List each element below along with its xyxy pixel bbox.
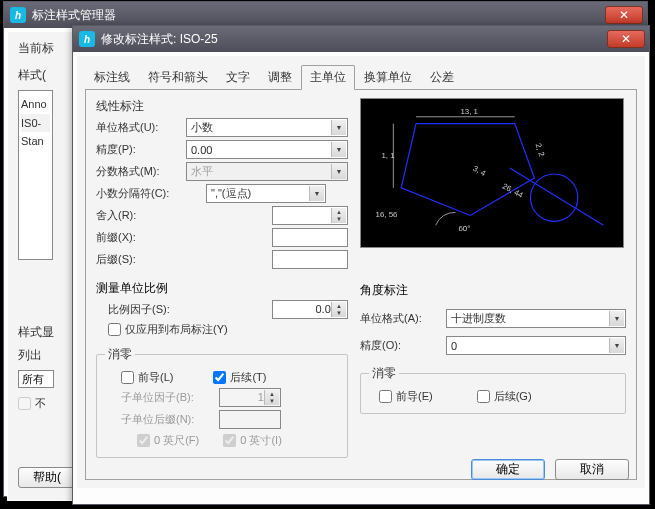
- app-icon: h: [10, 7, 26, 23]
- ang-zero-legend: 消零: [369, 365, 399, 382]
- fraction-format-combo: 水平▼: [186, 162, 348, 181]
- unit-format-value: 小数: [191, 120, 213, 135]
- linear-group: 线性标注 单位格式(U): 小数▼ 精度(P): 0.00▼ 分数格式(M): …: [96, 98, 348, 274]
- spinner-icon: ▲▼: [331, 302, 346, 317]
- ang-trailing-label: 后续(G): [494, 389, 532, 404]
- close-icon[interactable]: ✕: [607, 30, 645, 48]
- styles-tree[interactable]: Anno IS0- Stan: [18, 90, 53, 260]
- tab-alt-units[interactable]: 换算单位: [355, 65, 421, 90]
- cancel-button[interactable]: 取消: [555, 459, 629, 480]
- left-column: 线性标注 单位格式(U): 小数▼ 精度(P): 0.00▼ 分数格式(M): …: [96, 98, 348, 471]
- fraction-format-value: 水平: [191, 164, 213, 179]
- tab-text[interactable]: 文字: [217, 65, 259, 90]
- dialog-footer: 确定 取消: [471, 459, 629, 480]
- ang-zero-group: 消零 前导(E) 后续(G): [360, 365, 626, 414]
- back-title: 标注样式管理器: [32, 7, 605, 24]
- svg-text:60°: 60°: [458, 224, 470, 233]
- precision-value: 0.00: [191, 144, 212, 156]
- ang-precision-value: 0: [451, 340, 457, 352]
- ang-unit-format-value: 十进制度数: [451, 311, 506, 326]
- chevron-down-icon: ▼: [609, 338, 624, 353]
- zero-inch-checkbox: 0 英寸(I): [223, 433, 282, 448]
- prefix-input[interactable]: [272, 228, 348, 247]
- ok-button[interactable]: 确定: [471, 459, 545, 480]
- chevron-down-icon: ▼: [309, 186, 324, 201]
- ang-leading-label: 前导(E): [396, 389, 433, 404]
- front-titlebar: h 修改标注样式: ISO-25 ✕: [73, 26, 649, 52]
- leading-input[interactable]: [121, 371, 134, 384]
- round-spinner[interactable]: 0▲▼: [272, 206, 348, 225]
- leading-checkbox[interactable]: 前导(L): [121, 370, 173, 385]
- scale-legend: 测量单位比例: [96, 280, 348, 297]
- not-checkbox-input: [18, 397, 31, 410]
- preview-svg: 13, 1 1, 1 2, 2 3, 4 26, 44 16, 56 60°: [361, 99, 623, 247]
- zero-inch-input: [223, 434, 236, 447]
- tab-dimlines[interactable]: 标注线: [85, 65, 139, 90]
- tree-item[interactable]: Anno: [21, 95, 50, 114]
- zero-feet-input: [137, 434, 150, 447]
- tabstrip: 标注线 符号和箭头 文字 调整 主单位 换算单位 公差: [85, 64, 637, 90]
- ang-leading-input[interactable]: [379, 390, 392, 403]
- ang-trailing-input[interactable]: [477, 390, 490, 403]
- chevron-down-icon: ▼: [331, 142, 346, 157]
- tab-fit[interactable]: 调整: [259, 65, 301, 90]
- scale-factor-spinner[interactable]: 0.001▲▼: [272, 300, 348, 319]
- subunit-suffix-label: 子单位后缀(N):: [121, 412, 219, 427]
- unit-format-combo[interactable]: 小数▼: [186, 118, 348, 137]
- unit-format-label: 单位格式(U):: [96, 120, 186, 135]
- subunit-suffix-input: [219, 410, 281, 429]
- ang-leading-checkbox[interactable]: 前导(E): [379, 389, 433, 404]
- ang-unit-format-combo[interactable]: 十进制度数▼: [446, 309, 626, 328]
- not-checkbox-label: 不: [35, 396, 46, 411]
- tree-item[interactable]: Stan: [21, 132, 50, 151]
- zero-feet-checkbox: 0 英尺(F): [137, 433, 199, 448]
- layout-only-input[interactable]: [108, 323, 121, 336]
- listout-combo[interactable]: 所有: [18, 370, 54, 388]
- fraction-format-label: 分数格式(M):: [96, 164, 186, 179]
- scale-factor-label: 比例因子(S):: [96, 302, 206, 317]
- svg-text:26, 44: 26, 44: [501, 182, 525, 201]
- close-icon[interactable]: ✕: [605, 6, 643, 24]
- dimension-preview: 13, 1 1, 1 2, 2 3, 4 26, 44 16, 56 60°: [360, 98, 624, 248]
- scale-group: 测量单位比例 比例因子(S): 0.001▲▼ 仅应用到布局标注(Y): [96, 280, 348, 340]
- angular-section: 角度标注 单位格式(A): 十进制度数▼ 精度(O): 0▼ 消零 前导(E) …: [360, 282, 626, 414]
- subunit-factor-spinner: 100▲▼: [219, 388, 281, 407]
- tab-primary-units[interactable]: 主单位: [301, 65, 355, 90]
- zero-inch-label: 0 英寸(I): [240, 433, 282, 448]
- spinner-icon: ▲▼: [264, 390, 279, 405]
- precision-label: 精度(P):: [96, 142, 186, 157]
- not-checkbox[interactable]: 不: [18, 396, 46, 411]
- svg-text:3, 4: 3, 4: [471, 164, 487, 178]
- front-title: 修改标注样式: ISO-25: [101, 31, 607, 48]
- help-button[interactable]: 帮助(: [18, 467, 76, 488]
- modify-style-dialog: h 修改标注样式: ISO-25 ✕ 标注线 符号和箭头 文字 调整 主单位 换…: [72, 25, 650, 505]
- chevron-down-icon: ▼: [331, 164, 346, 179]
- tab-tolerance[interactable]: 公差: [421, 65, 463, 90]
- precision-combo[interactable]: 0.00▼: [186, 140, 348, 159]
- svg-text:1, 1: 1, 1: [381, 151, 394, 160]
- layout-only-label: 仅应用到布局标注(Y): [125, 322, 228, 337]
- leading-label: 前导(L): [138, 370, 173, 385]
- chevron-down-icon: ▼: [609, 311, 624, 326]
- zero-suppress-group: 消零 前导(L) 后续(T) 子单位因子(B): 100▲▼ 子单位后缀(N):: [96, 346, 348, 458]
- tree-item[interactable]: IS0-: [21, 114, 50, 133]
- ang-unit-format-label: 单位格式(A):: [360, 311, 446, 326]
- svg-text:16, 56: 16, 56: [376, 210, 399, 219]
- decimal-sep-combo[interactable]: ","(逗点)▼: [206, 184, 326, 203]
- chevron-down-icon: ▼: [331, 120, 346, 135]
- tab-symbols[interactable]: 符号和箭头: [139, 65, 217, 90]
- angular-legend: 角度标注: [360, 282, 626, 299]
- right-column: 13, 1 1, 1 2, 2 3, 4 26, 44 16, 56 60° 角…: [360, 98, 626, 471]
- trailing-input[interactable]: [213, 371, 226, 384]
- zero-legend: 消零: [105, 346, 135, 363]
- ang-precision-combo[interactable]: 0▼: [446, 336, 626, 355]
- layout-only-checkbox[interactable]: 仅应用到布局标注(Y): [108, 322, 228, 337]
- trailing-label: 后续(T): [230, 370, 266, 385]
- suffix-input[interactable]: [272, 250, 348, 269]
- app-icon: h: [79, 31, 95, 47]
- front-body: 标注线 符号和箭头 文字 调整 主单位 换算单位 公差 线性标注 单位格式(U)…: [76, 55, 646, 489]
- ang-trailing-checkbox[interactable]: 后续(G): [477, 389, 532, 404]
- trailing-checkbox[interactable]: 后续(T): [213, 370, 266, 385]
- decimal-sep-label: 小数分隔符(C):: [96, 186, 206, 201]
- linear-legend: 线性标注: [96, 98, 348, 115]
